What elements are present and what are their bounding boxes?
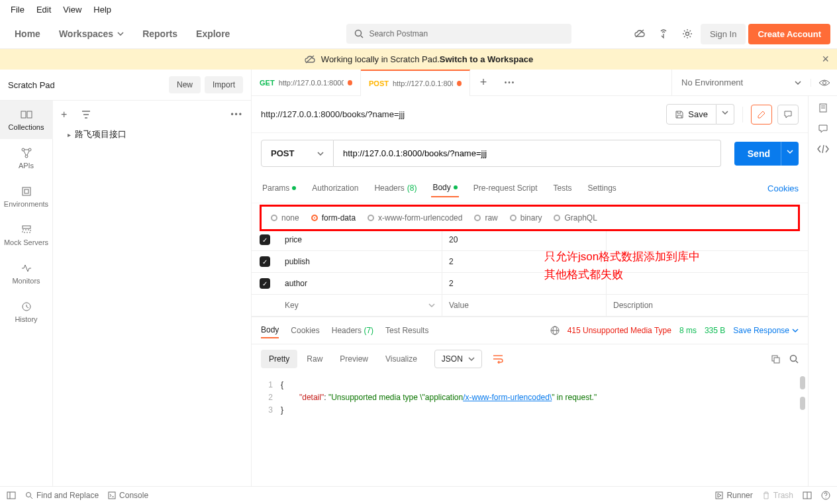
- response-body[interactable]: 1{ 2"detail": "Unsupported media type \"…: [252, 374, 808, 486]
- switch-workspace-link[interactable]: Switch to a Workspace: [440, 54, 533, 64]
- tab-prerequest[interactable]: Pre-request Script: [472, 179, 539, 197]
- menu-view[interactable]: View: [58, 3, 87, 17]
- tab-tests[interactable]: Tests: [552, 179, 573, 197]
- header-key[interactable]: Key: [278, 295, 442, 316]
- help-icon[interactable]: [821, 491, 830, 500]
- environment-select[interactable]: No Environment: [671, 70, 811, 96]
- edit-icon[interactable]: [751, 105, 772, 125]
- view-visualize[interactable]: Visualize: [377, 350, 425, 368]
- wrap-lines-icon[interactable]: [489, 350, 507, 368]
- response-tab-cookies[interactable]: Cookies: [291, 323, 319, 338]
- tab-overflow-button[interactable]: •••: [497, 79, 523, 86]
- request-tab[interactable]: GET http://127.0.0.1:8000/b: [252, 70, 361, 96]
- body-type-form-data[interactable]: form-data: [311, 213, 356, 223]
- view-raw[interactable]: Raw: [299, 350, 330, 368]
- tab-body[interactable]: Body: [431, 179, 458, 197]
- tab-params[interactable]: Params: [261, 179, 297, 197]
- request-tab[interactable]: POST http://127.0.0.1:8000/: [361, 70, 470, 96]
- scrollbar[interactable]: [800, 397, 805, 410]
- filter-icon[interactable]: [81, 111, 91, 119]
- sidebar-item-history[interactable]: History: [0, 293, 53, 331]
- tree-area: + ••• ▸ 路飞项目接口: [53, 101, 251, 486]
- view-pretty[interactable]: Pretty: [261, 350, 297, 368]
- settings-icon[interactable]: [677, 23, 698, 44]
- radio-icon: [510, 215, 517, 221]
- response-tab-tests[interactable]: Test Results: [385, 323, 428, 338]
- console-button[interactable]: Console: [108, 491, 148, 500]
- header-description[interactable]: Description: [607, 301, 808, 310]
- find-replace-button[interactable]: Find and Replace: [25, 491, 99, 500]
- add-icon[interactable]: +: [61, 109, 67, 121]
- trash-button[interactable]: Trash: [762, 491, 793, 500]
- search-response-icon[interactable]: [789, 354, 799, 364]
- add-tab-button[interactable]: +: [470, 76, 497, 89]
- save-dropdown[interactable]: [716, 104, 734, 125]
- response-tab-headers[interactable]: Headers (7): [332, 323, 373, 338]
- row-checkbox[interactable]: ✓: [260, 234, 270, 245]
- save-button[interactable]: Save: [666, 104, 716, 125]
- docs-icon[interactable]: [818, 103, 828, 113]
- tab-settings[interactable]: Settings: [587, 179, 618, 197]
- sidebar-item-environments[interactable]: Environments: [0, 177, 53, 216]
- send-button[interactable]: Send: [734, 142, 783, 166]
- menu-help[interactable]: Help: [88, 3, 117, 17]
- cell-key[interactable]: author: [278, 273, 442, 294]
- runner-button[interactable]: Runner: [715, 491, 752, 500]
- body-type-x-www-form-urlencoded[interactable]: x-www-form-urlencoded: [368, 213, 462, 223]
- two-pane-icon[interactable]: [803, 491, 812, 499]
- scrollbar[interactable]: [800, 376, 805, 389]
- sidebar-label: Environments: [4, 200, 48, 208]
- copy-icon[interactable]: [771, 354, 780, 364]
- nav-home[interactable]: Home: [7, 23, 48, 44]
- import-button[interactable]: Import: [205, 76, 243, 93]
- format-select[interactable]: JSON: [434, 350, 482, 368]
- comments-icon[interactable]: [777, 105, 799, 125]
- nav-explore[interactable]: Explore: [188, 23, 238, 44]
- comments-icon[interactable]: [818, 124, 828, 134]
- format-label: JSON: [442, 354, 463, 364]
- url-input[interactable]: [334, 140, 721, 167]
- save-response-link[interactable]: Save Response: [733, 326, 799, 335]
- search-input[interactable]: Search Postman: [346, 24, 571, 44]
- cookies-link[interactable]: Cookies: [767, 183, 799, 193]
- nav-workspaces[interactable]: Workspaces: [51, 23, 132, 44]
- code-icon[interactable]: [817, 145, 829, 153]
- create-account-button[interactable]: Create Account: [748, 24, 830, 44]
- body-type-raw[interactable]: raw: [474, 213, 497, 223]
- sidebar-item-mock-servers[interactable]: Mock Servers: [0, 216, 53, 254]
- send-dropdown[interactable]: [781, 142, 799, 166]
- tree-item[interactable]: ▸ 路飞项目接口: [58, 123, 246, 146]
- cell-key[interactable]: price: [278, 229, 442, 250]
- more-icon[interactable]: •••: [230, 110, 243, 119]
- satellite-icon[interactable]: [653, 23, 674, 44]
- cell-value[interactable]: 2: [442, 251, 607, 272]
- sidebar-item-apis[interactable]: APIs: [0, 139, 53, 177]
- sync-off-icon[interactable]: [629, 23, 650, 44]
- body-type-graphql[interactable]: GraphQL: [554, 213, 597, 223]
- nav-reports[interactable]: Reports: [134, 23, 185, 44]
- tab-url: http://127.0.0.1:8000/b: [279, 79, 344, 87]
- close-icon[interactable]: ×: [822, 52, 829, 66]
- tab-headers[interactable]: Headers (8): [373, 179, 418, 197]
- view-preview[interactable]: Preview: [332, 350, 376, 368]
- toggle-sidebar-icon[interactable]: [7, 491, 16, 499]
- body-type-binary[interactable]: binary: [510, 213, 542, 223]
- sidebar-item-collections[interactable]: Collections: [0, 101, 53, 139]
- new-button[interactable]: New: [169, 76, 201, 93]
- cell-key[interactable]: publish: [278, 251, 442, 272]
- environment-preview-icon[interactable]: [811, 79, 837, 87]
- header-value[interactable]: Value: [442, 295, 607, 316]
- cell-value[interactable]: 2: [442, 273, 607, 294]
- sign-in-button[interactable]: Sign In: [701, 24, 746, 44]
- cell-value[interactable]: 20: [442, 229, 607, 250]
- body-type-none[interactable]: none: [271, 213, 299, 223]
- row-checkbox[interactable]: ✓: [260, 256, 270, 267]
- response-tab-body[interactable]: Body: [261, 323, 279, 338]
- main-column: GET http://127.0.0.1:8000/b POST http://…: [252, 70, 837, 486]
- menu-edit[interactable]: Edit: [31, 3, 56, 17]
- tab-authorization[interactable]: Authorization: [311, 179, 360, 197]
- sidebar-item-monitors[interactable]: Monitors: [0, 254, 53, 293]
- row-checkbox[interactable]: ✓: [260, 278, 270, 289]
- method-select[interactable]: POST: [261, 140, 334, 167]
- menu-file[interactable]: File: [5, 3, 30, 17]
